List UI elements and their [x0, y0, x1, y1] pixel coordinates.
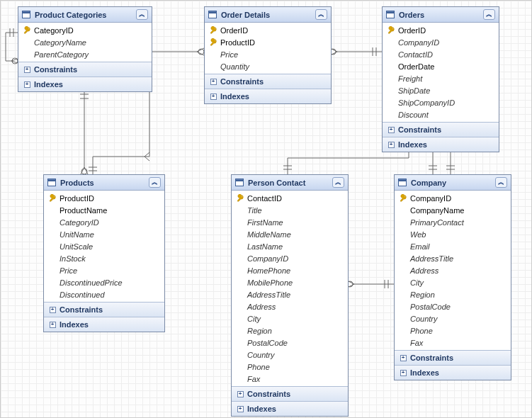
indexes-section[interactable]: +Indexes [232, 401, 348, 416]
table-column[interactable]: Region [232, 324, 348, 337]
table-column[interactable]: InStock [44, 252, 164, 264]
expand-icon[interactable]: + [50, 322, 56, 328]
table-column[interactable]: ProductID [205, 36, 331, 48]
indexes-section[interactable]: +Indexes [205, 89, 331, 103]
table-column[interactable]: ProductID [44, 192, 164, 204]
table-column[interactable]: Fax [232, 373, 348, 385]
table-column[interactable]: OrderID [383, 24, 499, 36]
table-column[interactable]: Discontinued [44, 288, 164, 300]
table-column[interactable]: ContactID [383, 48, 499, 60]
table-header[interactable]: Orders︽ [383, 7, 499, 23]
table-order-details[interactable]: Order Details︽OrderIDProductIDPriceQuant… [204, 6, 332, 104]
table-column[interactable]: OrderDate [383, 60, 499, 72]
table-column[interactable]: Price [44, 264, 164, 276]
constraints-section[interactable]: +Constraints [205, 74, 331, 89]
table-column[interactable]: MiddleName [232, 228, 348, 240]
table-column[interactable]: Country [395, 312, 511, 324]
table-column[interactable]: AddressTitle [232, 288, 348, 300]
expand-icon[interactable]: + [237, 406, 244, 412]
indexes-section[interactable]: +Indexes [44, 317, 164, 332]
table-header[interactable]: Person Contact︽ [232, 175, 348, 191]
table-column[interactable]: CategoryID [44, 216, 164, 228]
table-column[interactable]: CompanyID [395, 192, 511, 204]
constraints-section[interactable]: +Constraints [395, 350, 511, 365]
collapse-icon[interactable]: ︽ [315, 9, 327, 20]
table-column[interactable]: AddressTitle [395, 252, 511, 264]
constraints-section[interactable]: +Constraints [232, 386, 348, 401]
expand-icon[interactable]: + [400, 355, 407, 361]
table-column[interactable]: CompanyID [232, 252, 348, 264]
table-column[interactable]: OrderID [205, 24, 331, 36]
table-column[interactable]: PostalCode [395, 300, 511, 312]
table-column[interactable]: CategoryID [18, 24, 152, 36]
table-column[interactable]: UnitName [44, 228, 164, 240]
diagram-canvas[interactable]: Product Categories︽CategoryIDCategoryNam… [0, 0, 532, 418]
indexes-section[interactable]: +Indexes [395, 365, 511, 380]
table-header[interactable]: Order Details︽ [205, 7, 331, 23]
table-column[interactable]: Email [395, 240, 511, 252]
table-header[interactable]: Company︽ [395, 175, 511, 191]
table-column[interactable]: Phone [232, 361, 348, 373]
table-column[interactable]: City [232, 312, 348, 324]
table-column[interactable]: ShipDate [383, 84, 499, 96]
collapse-icon[interactable]: ︽ [332, 177, 344, 188]
table-header[interactable]: Products︽ [44, 175, 164, 191]
table-column[interactable]: ContactID [232, 192, 348, 204]
column-name: City [247, 315, 261, 323]
indexes-section[interactable]: +Indexes [383, 137, 499, 152]
table-column[interactable]: ProductName [44, 204, 164, 216]
table-icon [235, 179, 244, 186]
collapse-icon[interactable]: ︽ [136, 9, 148, 20]
table-product-categories[interactable]: Product Categories︽CategoryIDCategoryNam… [18, 6, 152, 92]
table-column[interactable]: Phone [395, 324, 511, 337]
table-column[interactable]: FirstName [232, 216, 348, 228]
table-column[interactable]: ShipCompanyID [383, 96, 499, 108]
table-column[interactable]: PrimaryContact [395, 216, 511, 228]
column-name: Discount [398, 111, 429, 119]
table-column[interactable]: CategoryName [18, 36, 152, 48]
table-column[interactable]: CompanyName [395, 204, 511, 216]
table-company[interactable]: Company︽CompanyIDCompanyNamePrimaryConta… [394, 174, 511, 380]
table-orders[interactable]: Orders︽OrderIDCompanyIDContactIDOrderDat… [382, 6, 499, 152]
expand-icon[interactable]: + [400, 370, 407, 376]
table-column[interactable]: Fax [395, 337, 511, 349]
table-column[interactable]: Title [232, 204, 348, 216]
expand-icon[interactable]: + [388, 142, 395, 148]
collapse-icon[interactable]: ︽ [495, 177, 507, 188]
expand-icon[interactable]: + [210, 79, 217, 85]
table-column[interactable]: Freight [383, 72, 499, 84]
collapse-icon[interactable]: ︽ [149, 177, 161, 188]
expand-icon[interactable]: + [210, 94, 217, 100]
table-column[interactable]: PostalCode [232, 337, 348, 349]
table-column[interactable]: CompanyID [383, 36, 499, 48]
table-column[interactable]: LastName [232, 240, 348, 252]
expand-icon[interactable]: + [24, 67, 30, 73]
constraints-section[interactable]: +Constraints [18, 62, 152, 77]
table-products[interactable]: Products︽ProductIDProductNameCategoryIDU… [43, 174, 165, 332]
indexes-section[interactable]: +Indexes [18, 77, 152, 91]
constraints-section[interactable]: +Constraints [383, 122, 499, 137]
expand-icon[interactable]: + [24, 81, 30, 88]
table-column[interactable]: Web [395, 228, 511, 240]
expand-icon[interactable]: + [388, 127, 395, 133]
table-column[interactable]: ParentCategory [18, 48, 152, 60]
table-column[interactable]: Discount [383, 108, 499, 120]
expand-icon[interactable]: + [237, 391, 244, 397]
table-column[interactable]: City [395, 276, 511, 288]
table-person-contact[interactable]: Person Contact︽ContactIDTitleFirstNameMi… [231, 174, 349, 417]
table-column[interactable]: MobilePhone [232, 276, 348, 288]
table-column[interactable]: Quantity [205, 60, 331, 72]
table-icon [208, 11, 217, 18]
constraints-section[interactable]: +Constraints [44, 302, 164, 317]
table-header[interactable]: Product Categories︽ [18, 7, 152, 23]
table-column[interactable]: Address [395, 264, 511, 276]
table-column[interactable]: Price [205, 48, 331, 60]
table-column[interactable]: Address [232, 300, 348, 312]
table-column[interactable]: HomePhone [232, 264, 348, 276]
collapse-icon[interactable]: ︽ [483, 9, 495, 20]
table-column[interactable]: UnitScale [44, 240, 164, 252]
table-column[interactable]: Region [395, 288, 511, 300]
table-column[interactable]: DiscontinuedPrice [44, 276, 164, 288]
expand-icon[interactable]: + [50, 307, 56, 313]
table-column[interactable]: Country [232, 349, 348, 361]
